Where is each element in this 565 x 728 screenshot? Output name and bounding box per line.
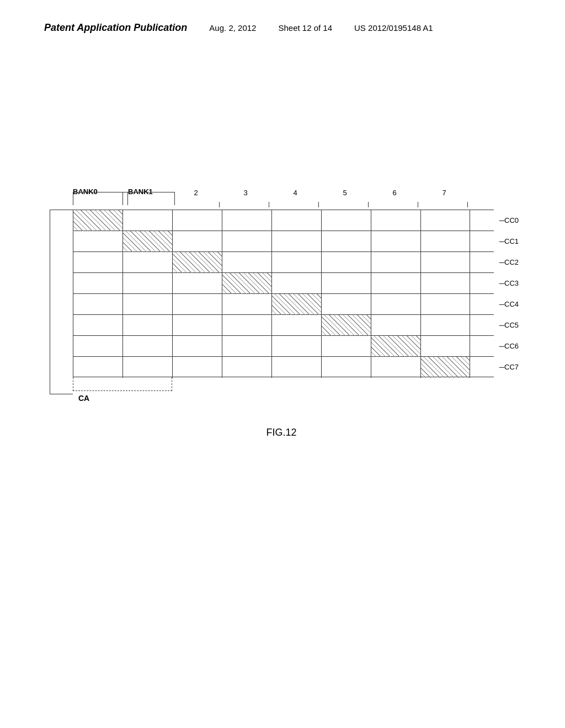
bottom-dashed-bracket <box>73 377 172 391</box>
col-label-6: 6 <box>370 189 419 197</box>
left-bracket-top <box>50 210 73 210</box>
cell-cc1-3 <box>222 231 271 252</box>
cell-cc2-5 <box>321 252 371 273</box>
page-header: Patent Application Publication Aug. 2, 2… <box>0 0 565 34</box>
cc0-label: ─CC0 <box>499 216 519 224</box>
cell-cc6-4 <box>271 336 321 357</box>
row-cc1: ─CC1 <box>44 231 519 251</box>
cell-cc0-4 <box>271 210 321 231</box>
row-cc7: ─CC7 <box>44 356 519 377</box>
ca-label: CA <box>78 394 89 403</box>
cell-cc3-6 <box>371 273 420 294</box>
cell-cc2-7 <box>420 252 470 273</box>
cell-cc1-6 <box>371 231 420 252</box>
cell-cc1-1 <box>122 231 172 252</box>
grid-row-cc3 <box>73 272 494 293</box>
cell-cc4-7 <box>420 294 470 315</box>
cell-cc6-3 <box>222 336 271 357</box>
cell-cc1-2 <box>172 231 222 252</box>
cell-cc6-5 <box>321 336 371 357</box>
cell-cc2-1 <box>122 252 172 273</box>
cell-cc4-3 <box>222 294 271 315</box>
row-cc6: ─CC6 <box>44 335 519 356</box>
cc5-label: ─CC5 <box>499 321 519 329</box>
row-cc4: ─CC4 <box>44 293 519 314</box>
cell-cc5-1 <box>122 315 172 336</box>
cell-cc4-0 <box>73 294 122 315</box>
grid-row-cc2 <box>73 251 494 272</box>
cell-cc7-6 <box>371 357 420 378</box>
grid-row-cc6 <box>73 335 494 356</box>
col-label-3: 3 <box>221 189 270 197</box>
cell-cc5-6 <box>371 315 420 336</box>
cc6-label: ─CC6 <box>499 342 519 350</box>
cell-cc3-5 <box>321 273 371 294</box>
cell-cc1-0 <box>73 231 122 252</box>
publication-title: Patent Application Publication <box>44 22 187 34</box>
cell-cc4-6 <box>371 294 420 315</box>
cell-cc4-4 <box>271 294 321 315</box>
cell-cc6-1 <box>122 336 172 357</box>
grid-wrapper: ─CC0 ─CC1 <box>44 210 519 377</box>
bank0-bracket <box>73 192 128 205</box>
col-label-2: 2 <box>171 189 221 197</box>
grid-row-cc5 <box>73 314 494 335</box>
cell-cc6-0 <box>73 336 122 357</box>
row-cc3: ─CC3 <box>44 272 519 293</box>
left-bracket-line <box>50 210 51 377</box>
cell-cc2-4 <box>271 252 321 273</box>
cell-cc6-6 <box>371 336 420 357</box>
cell-cc1-4 <box>271 231 321 252</box>
grid-row-cc1 <box>73 231 494 251</box>
tick-marks <box>194 202 492 207</box>
row-cc2: ─CC2 <box>44 251 519 272</box>
cell-cc0-3 <box>222 210 271 231</box>
cell-cc5-4 <box>271 315 321 336</box>
cell-cc4-5 <box>321 294 371 315</box>
cell-cc2-2 <box>172 252 222 273</box>
cell-cc5-0 <box>73 315 122 336</box>
cell-cc1-5 <box>321 231 371 252</box>
col-label-4: 4 <box>270 189 320 197</box>
cell-cc3-2 <box>172 273 222 294</box>
cell-cc0-7 <box>420 210 470 231</box>
grid-row-cc7 <box>73 356 494 377</box>
row-cc0: ─CC0 <box>44 210 519 231</box>
bank1-bracket <box>122 192 175 205</box>
cell-cc5-2 <box>172 315 222 336</box>
col-number-labels: 2 3 4 5 6 7 <box>171 189 469 197</box>
sheet-info: Sheet 12 of 14 <box>278 23 332 33</box>
cell-cc0-2 <box>172 210 222 231</box>
cc2-label: ─CC2 <box>499 258 519 266</box>
cell-cc3-3 <box>222 273 271 294</box>
bottom-bracket-line <box>50 394 73 394</box>
patent-number: US 2012/0195148 A1 <box>354 23 433 33</box>
cell-cc0-5 <box>321 210 371 231</box>
grid-row-cc0 <box>73 210 494 231</box>
cell-cc3-1 <box>122 273 172 294</box>
cell-cc7-2 <box>172 357 222 378</box>
left-vertical-bottom <box>50 377 50 394</box>
cell-cc7-1 <box>122 357 172 378</box>
cell-cc1-7 <box>420 231 470 252</box>
cell-cc0-0 <box>73 210 122 231</box>
cell-cc6-7 <box>420 336 470 357</box>
col-label-5: 5 <box>320 189 370 197</box>
cell-cc0-1 <box>122 210 172 231</box>
cell-cc3-4 <box>271 273 321 294</box>
cell-cc3-0 <box>73 273 122 294</box>
figure-label: FIG.12 <box>44 427 519 438</box>
row-cc5: ─CC5 <box>44 314 519 335</box>
cell-cc7-3 <box>222 357 271 378</box>
cc3-label: ─CC3 <box>499 279 519 287</box>
cell-cc0-6 <box>371 210 420 231</box>
cell-cc7-5 <box>321 357 371 378</box>
diagram-area: BANK0 BANK1 2 3 4 5 6 7 <box>44 188 519 438</box>
cell-cc4-1 <box>122 294 172 315</box>
bottom-bracket-area: CA <box>44 377 519 405</box>
cell-cc2-3 <box>222 252 271 273</box>
col-label-7: 7 <box>419 189 469 197</box>
cc1-label: ─CC1 <box>499 237 519 245</box>
cc7-label: ─CC7 <box>499 363 519 371</box>
cell-cc2-0 <box>73 252 122 273</box>
